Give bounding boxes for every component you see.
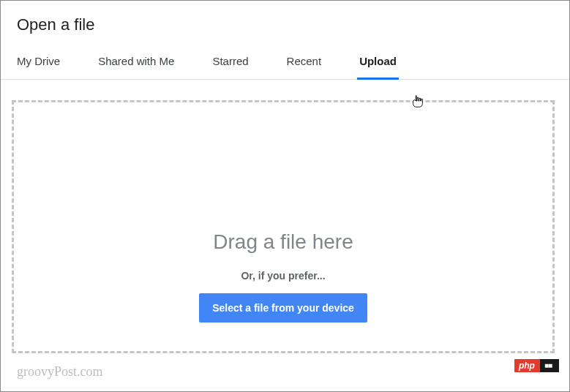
tab-recent[interactable]: Recent	[287, 48, 322, 79]
dropzone-inner: Drag a file here Or, if you prefer... Se…	[14, 230, 552, 323]
watermark-text: groovyPost.com	[17, 364, 103, 380]
drag-instruction-text: Drag a file here	[14, 230, 552, 254]
badge-group: php ■■	[514, 359, 559, 372]
or-text: Or, if you prefer...	[14, 270, 552, 282]
modal-title: Open a file	[1, 1, 569, 48]
tab-upload[interactable]: Upload	[359, 48, 397, 79]
php-badge: php	[514, 359, 540, 372]
select-file-button[interactable]: Select a file from your device	[199, 293, 367, 323]
upload-content-area: Drag a file here Or, if you prefer... Se…	[1, 80, 569, 368]
tab-shared-with-me[interactable]: Shared with Me	[98, 48, 174, 79]
dark-badge: ■■	[540, 359, 559, 372]
file-dropzone[interactable]: Drag a file here Or, if you prefer... Se…	[12, 100, 555, 353]
tab-starred[interactable]: Starred	[212, 48, 248, 79]
tab-bar: My Drive Shared with Me Starred Recent U…	[1, 48, 569, 80]
tab-my-drive[interactable]: My Drive	[17, 48, 60, 79]
